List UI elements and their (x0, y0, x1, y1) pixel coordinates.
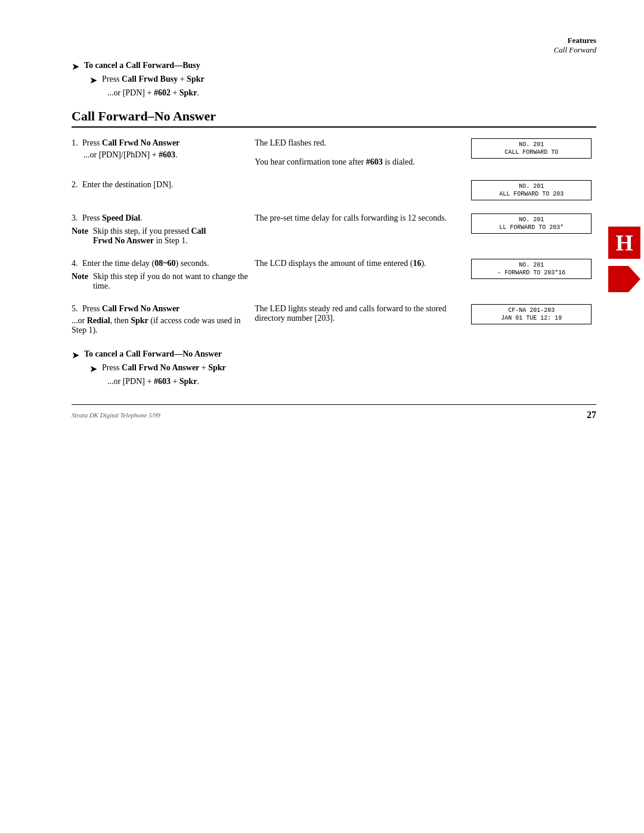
lcd-1-line2: CALL FORWARD TO (475, 149, 587, 156)
step-1-instruction: 1. Press Call Frwd No Answer ...or [PDN]… (72, 136, 255, 169)
step-1-desc: The LED flashes red. You hear confirmati… (255, 136, 471, 169)
cancel-busy-sub1: ➤ Press Call Frwd Busy + Spkr (89, 75, 596, 86)
cancel-busy-or: ...or [PDN] + #602 + Spkr. (107, 88, 596, 98)
lcd-5-line1: CF-NA 201-203 (475, 307, 587, 314)
step-5-or: ...or Redial, then Spkr (if access code … (72, 316, 250, 335)
cancel-no-answer-title: To cancel a Call Forward—No Answer (84, 349, 222, 359)
step-4-note: Note Skip this step if you do not want t… (72, 272, 250, 291)
step-5-desc: The LED lights steady red and calls forw… (255, 293, 471, 337)
step-4-note-text: Skip this step if you do not want to cha… (93, 272, 250, 291)
lcd-4-line2: - FORWARD TO 203*16 (475, 270, 587, 276)
step-5-lcd: CF-NA 201-203 JAN 01 TUE 12: 19 (471, 293, 596, 337)
cancel-busy-section: ➤ To cancel a Call Forward—Busy ➤ Press … (72, 61, 596, 98)
step-2-row: 2. Enter the destination [DN]. NO. 201 A… (72, 169, 596, 203)
step-4-desc: The LCD displays the amount of time ente… (255, 248, 471, 293)
step-3-instruction: 3. Press Speed Dial. Note Skip this step… (72, 203, 255, 248)
step-1-or: ...or [PDN]/[PhDN] + #603. (83, 150, 250, 160)
lcd-1-line1: NO. 201 (475, 141, 587, 148)
step-4-lcd: NO. 201 - FORWARD TO 203*16 (471, 248, 596, 293)
section-title: Call Forward–No Answer (72, 109, 596, 128)
cancel-no-answer-press: Press Call Frwd No Answer + Spkr (102, 363, 226, 373)
step-1-row: 1. Press Call Frwd No Answer ...or [PDN]… (72, 136, 596, 169)
steps-table: 1. Press Call Frwd No Answer ...or [PDN]… (72, 136, 596, 337)
cancel-busy-title: To cancel a Call Forward—Busy (84, 61, 200, 70)
arrow-icon: ➤ (72, 61, 79, 72)
step-4-instruction: 4. Enter the time delay (08~60) seconds.… (72, 248, 255, 293)
sidebar-arrow (608, 266, 640, 292)
lcd-5-line2: JAN 01 TUE 12: 19 (475, 315, 587, 321)
call-forward-label: Call Forward (554, 45, 596, 55)
footer: Strata DK Digital Telephone 5/99 27 (72, 404, 596, 420)
arrow-right-icon (608, 266, 640, 292)
cancel-no-answer-section: ➤ To cancel a Call Forward—No Answer ➤ P… (72, 349, 596, 386)
svg-marker-0 (608, 266, 640, 292)
lcd-2-line1: NO. 201 (475, 183, 587, 190)
lcd-3-line1: NO. 201 (475, 216, 587, 223)
arrow2-icon: ➤ (72, 349, 79, 361)
lcd-2-line2: ALL FORWARD TO 203 (475, 191, 587, 197)
footer-left: Strata DK Digital Telephone 5/99 (72, 411, 160, 419)
step-4-num: 4. (72, 259, 78, 268)
h-box: H (608, 227, 640, 259)
step-2-num: 2. (72, 180, 78, 189)
step-5-instruction: 5. Press Call Frwd No Answer ...or Redia… (72, 293, 255, 337)
lcd-4-line1: NO. 201 (475, 262, 587, 268)
step-3-row: 3. Press Speed Dial. Note Skip this step… (72, 203, 596, 248)
step-3-note: Note Skip this step, if you pressed Call… (72, 227, 250, 246)
step-3-lcd: NO. 201 LL FORWARD TO 203* (471, 203, 596, 248)
step-5-num: 5. (72, 304, 78, 313)
step-2-desc (255, 169, 471, 203)
step-2-instruction: 2. Enter the destination [DN]. (72, 169, 255, 203)
cancel-no-answer-or: ...or [PDN] + #603 + Spkr. (107, 377, 596, 386)
step-5-row: 5. Press Call Frwd No Answer ...or Redia… (72, 293, 596, 337)
footer-right: 27 (587, 410, 596, 420)
header: Features Call Forward (72, 36, 596, 55)
lcd-3-line2: LL FORWARD TO 203* (475, 224, 587, 231)
features-label: Features (554, 36, 596, 45)
step-3-desc: The pre-set time delay for calls forward… (255, 203, 471, 248)
cancel-busy-press: Press Call Frwd Busy + Spkr (102, 75, 205, 84)
sidebar-decoration: H (608, 227, 644, 292)
cancel-busy-heading: ➤ To cancel a Call Forward—Busy (72, 61, 596, 72)
step-3-num: 3. (72, 213, 78, 222)
step-1-lcd: NO. 201 CALL FORWARD TO (471, 136, 596, 169)
sub-arrow2-icon: ➤ (89, 363, 97, 374)
sub-arrow-icon: ➤ (89, 75, 97, 86)
step-1-num: 1. (72, 138, 78, 147)
cancel-no-answer-sub1: ➤ Press Call Frwd No Answer + Spkr (89, 363, 596, 374)
cancel-no-answer-heading: ➤ To cancel a Call Forward—No Answer (72, 349, 596, 361)
step-2-lcd: NO. 201 ALL FORWARD TO 203 (471, 169, 596, 203)
step-3-note-text: Skip this step, if you pressed CallFrwd … (93, 227, 206, 246)
step-4-row: 4. Enter the time delay (08~60) seconds.… (72, 248, 596, 293)
